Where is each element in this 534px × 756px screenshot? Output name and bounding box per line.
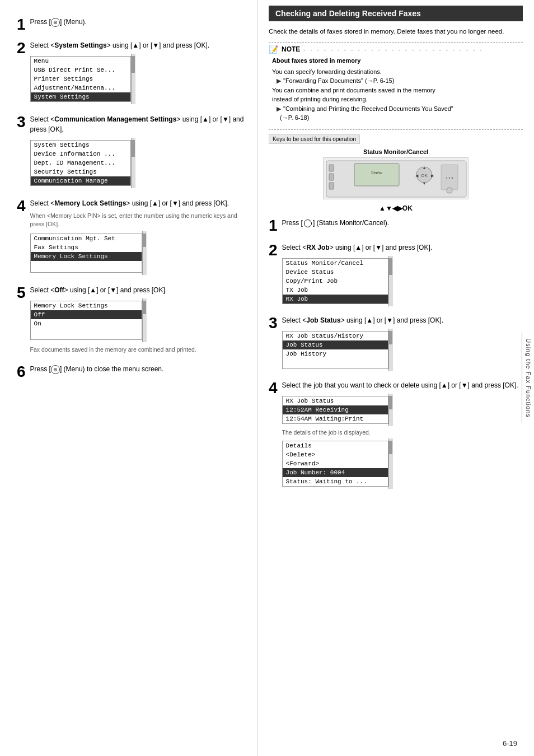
note-subtitle: About faxes stored in memory bbox=[272, 56, 523, 66]
menu-item-device-info: Device Information ... bbox=[31, 150, 130, 158]
step-4-text: Select <Memory Lock Settings> using [▲] … bbox=[30, 198, 246, 208]
right-step-1-text: Press [] (Status Monitor/Cancel). bbox=[282, 218, 389, 228]
right-step-4-menu2: Details <Delete> <Forward> Job Number: 0… bbox=[282, 441, 388, 487]
step-3: 3 Select <Communication Management Setti… bbox=[17, 114, 246, 188]
note-pencil-icon: 📝 bbox=[269, 45, 278, 54]
intro-text: Check the details of faxes stored in mem… bbox=[269, 27, 523, 36]
right-menu-delete: <Delete> bbox=[283, 450, 388, 459]
right-step-2-menu-list: Device Status Copy/Print Job TX Job RX J… bbox=[283, 268, 388, 304]
right-menu-job-number: Job Number: 0004 bbox=[283, 468, 388, 477]
right-menu-title-4b: Details bbox=[283, 441, 388, 450]
step-6-text: Press [⊛] (Menu) to close the menu scree… bbox=[30, 364, 246, 374]
right-step-4: 4 Select the job that you want to check … bbox=[269, 380, 523, 489]
note-box: 📝 NOTE - - - - - - - - - - - - - - - - -… bbox=[269, 42, 523, 123]
step-5-menu: Memory Lock Settings Off On bbox=[30, 301, 142, 340]
step-2-menu-list: USB Direct Print Se... Printer Settings … bbox=[31, 66, 130, 101]
menu-item-off: Off bbox=[31, 310, 142, 319]
page-number: 6-19 bbox=[503, 739, 517, 748]
right-step-4-content: Select the job that you want to check or… bbox=[282, 380, 518, 489]
note-title: NOTE bbox=[282, 45, 300, 53]
scrollbar-2 bbox=[131, 54, 135, 104]
right-menu-tx-job: TX Job bbox=[283, 286, 388, 295]
device-svg: Display OK ▲ ▼ ◀ ▶ 1 2 3 bbox=[323, 157, 469, 199]
right-scrollbar-thumb-4 bbox=[389, 396, 392, 409]
step-6-number: 6 bbox=[17, 364, 26, 380]
nav-keys-label: ▲▼◀▶OK bbox=[269, 204, 523, 212]
step-4-note: When <Memory Lock PIN> is set, enter the… bbox=[30, 212, 246, 228]
step-1-content: Press [⊛] (Menu). bbox=[30, 17, 246, 30]
right-scrollbar-thumb-3 bbox=[389, 331, 392, 344]
right-step-1-content: Press [] (Status Monitor/Cancel). bbox=[282, 218, 389, 231]
menu-item-fax: Fax Settings bbox=[31, 243, 142, 252]
note-line-2: You can combine and print documents save… bbox=[272, 86, 523, 95]
right-menu-job-history: Job History bbox=[283, 349, 388, 358]
menu-item-system: System Settings bbox=[31, 92, 130, 101]
step-6-content: Press [⊛] (Menu) to close the menu scree… bbox=[30, 364, 246, 377]
step-2-number: 2 bbox=[17, 40, 26, 56]
right-step-2-text: Select <RX Job> using [▲] or [▼] and pre… bbox=[282, 242, 433, 253]
right-menu-receiving: 12:52AM Receiving bbox=[283, 405, 388, 414]
menu-item-printer: Printer Settings bbox=[31, 74, 130, 83]
scrollbar-thumb-4 bbox=[143, 234, 146, 247]
note-bullet-2: ▶ bbox=[277, 104, 281, 114]
right-step-1-number: 1 bbox=[269, 218, 278, 234]
step-2-text: Select <System Settings> using [▲] or [▼… bbox=[30, 40, 246, 50]
right-menu-copy-print: Copy/Print Job bbox=[283, 277, 388, 286]
step-4-content: Select <Memory Lock Settings> using [▲] … bbox=[30, 198, 246, 275]
keys-label: Keys to be used for this operation bbox=[269, 134, 360, 144]
menu-icon-1: ⊛ bbox=[51, 18, 60, 27]
step-2: 2 Select <System Settings> using [▲] or … bbox=[17, 40, 246, 104]
step-4: 4 Select <Memory Lock Settings> using [▲… bbox=[17, 198, 246, 275]
menu-item-memlock: Memory Lock Settings bbox=[31, 252, 142, 261]
right-scrollbar-thumb-4b bbox=[389, 441, 392, 454]
menu-item-comm: Communication Manage bbox=[31, 176, 130, 185]
right-scrollbar-2 bbox=[388, 256, 393, 306]
right-step-3-menu-wrapper: RX Job Status/History Job Status Job His… bbox=[282, 329, 444, 371]
right-step-2-number: 2 bbox=[269, 242, 278, 258]
svg-rect-13 bbox=[329, 183, 334, 189]
right-scrollbar-4b bbox=[388, 438, 393, 489]
note-header: 📝 NOTE - - - - - - - - - - - - - - - - -… bbox=[269, 42, 523, 54]
menu-spacer-4 bbox=[31, 261, 142, 272]
right-menu-title-4: RX Job Status bbox=[283, 396, 388, 405]
step-2-menu: Menu USB Direct Print Se... Printer Sett… bbox=[30, 56, 131, 102]
note-line-4: (→P. 6-18) bbox=[272, 113, 523, 123]
right-step-2-menu: Status Monitor/Cancel Device Status Copy… bbox=[282, 258, 388, 304]
menu-spacer-5 bbox=[31, 328, 142, 339]
step-1-number: 1 bbox=[17, 17, 26, 32]
circle-icon-1 bbox=[304, 220, 312, 227]
step-4-menu: Communication Mgt. Set Fax Settings Memo… bbox=[30, 234, 142, 273]
right-step-4-menu2-list: <Delete> <Forward> Job Number: 0004 Stat… bbox=[283, 450, 388, 486]
right-step-3-content: Select <Job Status> using [▲] or [▼] and… bbox=[282, 315, 444, 371]
scrollbar-4 bbox=[142, 231, 147, 275]
right-step-3: 3 Select <Job Status> using [▲] or [▼] a… bbox=[269, 315, 523, 371]
note-bullet-1: ▶ bbox=[277, 76, 281, 86]
menu-spacer-r3 bbox=[283, 358, 388, 368]
right-step-3-number: 3 bbox=[269, 315, 278, 331]
step-4-number: 4 bbox=[17, 198, 26, 214]
menu-title-5: Memory Lock Settings bbox=[31, 301, 142, 310]
right-step-2: 2 Select <RX Job> using [▲] or [▼] and p… bbox=[269, 242, 523, 306]
step-5-content: Select <Off> using [▲] or [▼] and press … bbox=[30, 285, 246, 354]
step-1-text: Press [⊛] (Menu). bbox=[30, 17, 246, 27]
side-tab: Using the Fax Functions bbox=[522, 333, 534, 423]
note-content: About faxes stored in memory You can spe… bbox=[269, 56, 523, 123]
right-step-4-number: 4 bbox=[269, 380, 278, 396]
step-3-content: Select <Communication Management Setting… bbox=[30, 114, 246, 188]
menu-title-3: System Settings bbox=[31, 141, 130, 150]
menu-item-usb: USB Direct Print Se... bbox=[31, 66, 130, 74]
menu-item-dept: Dept. ID Management... bbox=[31, 158, 130, 167]
right-step-4-note: The details of the job is displayed. bbox=[282, 428, 518, 437]
scrollbar-5 bbox=[142, 298, 147, 342]
step-3-menu-list: Device Information ... Dept. ID Manageme… bbox=[31, 150, 130, 185]
note-subitem-2: ▶ "Combining and Printing the Received D… bbox=[277, 104, 523, 114]
right-menu-forward: <Forward> bbox=[283, 459, 388, 468]
svg-text:▼: ▼ bbox=[423, 181, 427, 185]
note-subitem-1: ▶ "Forwarding Fax Documents" (→P. 6-15) bbox=[277, 76, 523, 86]
svg-rect-1 bbox=[354, 164, 399, 186]
left-column: 1 Press [⊛] (Menu). 2 Select <System Set… bbox=[0, 0, 257, 756]
menu-title-2: Menu bbox=[31, 57, 130, 66]
divider-top bbox=[269, 129, 523, 130]
svg-text:OK: OK bbox=[421, 173, 428, 178]
device-image-container: Display OK ▲ ▼ ◀ ▶ 1 2 3 bbox=[269, 157, 523, 201]
